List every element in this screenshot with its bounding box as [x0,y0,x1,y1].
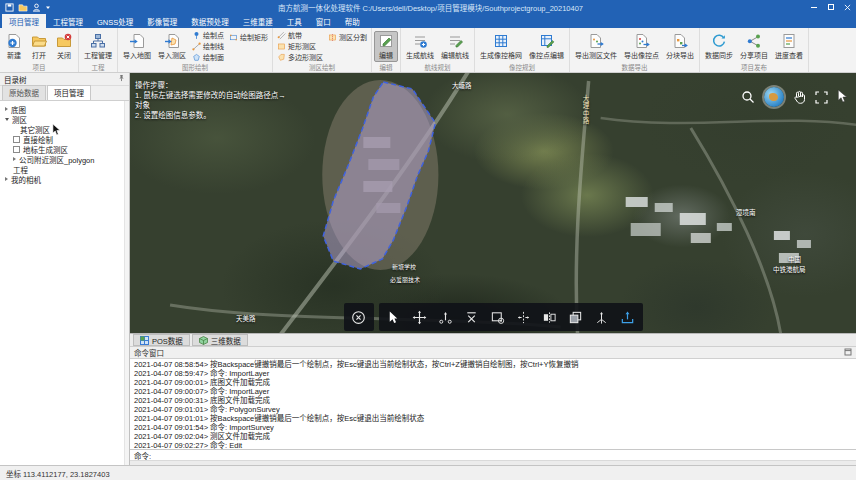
share-project-button[interactable]: 分享项目 [737,31,771,62]
globe-icon [764,87,784,107]
tab-image-management[interactable]: 影像管理 [140,14,184,28]
close-folder-icon [56,33,72,49]
titlebar: 南方航测一体化处理软件 C:/Users/dell/Desktop/项目管理模块… [0,0,856,14]
tab-engineering-management[interactable]: 工程管理 [46,14,90,28]
flight-strip-button[interactable]: 航带 [275,30,325,40]
log-line: 2021-04-07 09:02:04> 测区文件加载完成 [134,432,852,441]
tab-gnss-processing[interactable]: GNSS处理 [90,14,140,28]
delete-vertex-button[interactable] [459,304,485,330]
sidebar-scrollbar[interactable] [124,101,129,465]
user-icon[interactable] [32,3,41,12]
close-edit-toolbar-button[interactable] [346,304,372,330]
close-button[interactable] [839,0,856,14]
draw-tools-column-2: 绘制矩形 [227,29,270,63]
generate-control-grid-button[interactable]: 生成像控格网 [477,31,525,62]
tree-item-landmark-survey[interactable]: 地标生成测区 [0,144,124,154]
save-icon[interactable] [5,3,14,12]
quick-access-toolbar [0,3,56,12]
checkbox-unchecked[interactable] [13,136,20,143]
close-project-button[interactable]: 关闭 [52,31,76,62]
map-label-school: 新塘学校 [392,262,416,271]
move-tool-button[interactable] [407,304,433,330]
ribbon-group-survey-drawing: 航带 矩形测区 多边形测区 测区分割 [273,28,372,72]
open-folder-icon[interactable] [18,3,28,12]
tab-3d-reconstruction[interactable]: 三维重建 [236,14,280,28]
log-line: 2021-04-07 09:00:31> 底图文件加载完成 [134,396,852,405]
tab-project-management[interactable]: 项目管理 [2,14,46,28]
polygon-survey-button[interactable]: 多边形测区 [275,52,325,62]
map-instructions: 操作步骤： 1. 鼠标左键选择需要修改的自动绘图路径点→ 对象 2. 设置绘图信… [135,81,286,121]
command-input-row[interactable]: 命令: [130,449,856,460]
tab-window[interactable]: 窗口 [309,14,338,28]
draw-polygon-icon [192,53,201,62]
tree-item-survey-areas[interactable]: 测区 [0,114,124,124]
tab-3d-data[interactable]: 三维数据 [192,334,248,346]
globe-layers-button[interactable] [764,87,784,107]
generate-route-button[interactable]: 生成航线 [403,31,437,62]
map-corner-tools [741,87,848,107]
edit-route-button[interactable]: 编辑航线 [438,31,472,62]
survey-tools-column: 航带 矩形测区 多边形测区 [275,29,325,63]
rect-survey-button[interactable]: 矩形测区 [275,41,325,51]
edit-button[interactable]: 编辑 [374,31,398,62]
chevron-right-icon[interactable] [5,177,8,181]
tree-item-company-polygon[interactable]: 公司附近测区_polygon [0,154,124,164]
tree-item-direct-draw[interactable]: 直接绘制 [0,134,124,144]
draw-point-button[interactable]: 绘制点 [190,30,226,40]
tree-item-other-survey[interactable]: 其它测区 [0,124,124,134]
export-file-icon [588,33,604,49]
select-tool-button[interactable] [381,304,407,330]
draw-rectangle-button[interactable]: 绘制矩形 [227,32,270,42]
log-line: 2021-04-07 09:00:07> 命令: ImportLayer [134,387,852,396]
dropdown-icon[interactable] [45,5,51,10]
search-icon[interactable] [741,90,755,104]
split-tool-button[interactable] [511,304,537,330]
tree-item-basemap[interactable]: 底图 [0,104,124,114]
chevron-right-icon[interactable] [13,157,16,161]
minimize-button[interactable] [805,0,822,14]
engineering-manage-button[interactable]: 工程管理 [81,31,115,62]
import-map-button[interactable]: 导入地图 [120,31,154,62]
fullscreen-icon[interactable] [815,91,828,104]
insert-vertex-button[interactable] [433,304,459,330]
sidebar-tab-raw-data[interactable]: 原始数据 [2,85,46,100]
tree-item-my-cameras[interactable]: 我的相机 [0,174,124,184]
export-control-points-button[interactable]: 导出像控点 [621,31,662,62]
draw-line-button[interactable]: 绘制线 [190,41,226,51]
import-survey-button[interactable]: 导入测区 [155,31,189,62]
block-export-button[interactable]: 分块导出 [663,31,697,62]
copy-tool-button[interactable] [563,304,589,330]
tab-data-preprocessing[interactable]: 数据预处理 [184,14,236,28]
float-panel-icon[interactable] [844,348,852,358]
pan-hand-icon[interactable] [793,90,806,104]
progress-list-icon [781,33,797,49]
command-log[interactable]: 2021-04-07 08:58:54> 按Backspace键撤销最后一个绘制… [130,359,856,449]
survey-split-button[interactable]: 测区分割 [326,32,369,42]
progress-view-button[interactable]: 进度查看 [772,31,806,62]
new-project-button[interactable]: 新建 [2,31,26,62]
draw-polygon-button[interactable]: 绘制面 [190,52,226,62]
shape-settings-button[interactable] [485,304,511,330]
mirror-tool-button[interactable] [537,304,563,330]
buildings [626,197,811,263]
export-tool-button[interactable] [615,304,641,330]
tab-help[interactable]: 帮助 [338,14,367,28]
tree-item-engineering[interactable]: 工程 [0,164,124,174]
open-project-button[interactable]: 打开 [27,31,51,62]
export-survey-file-button[interactable]: 导出测区文件 [572,31,620,62]
tab-pos-data[interactable]: POS数据 [133,334,190,346]
tab-tools[interactable]: 工具 [280,14,309,28]
chevron-down-icon[interactable] [5,118,9,121]
map-view[interactable]: 操作步骤： 1. 鼠标左键选择需要修改的自动绘图路径点→ 对象 2. 设置绘图信… [130,73,856,333]
checkbox-unchecked[interactable] [13,146,20,153]
pin-icon[interactable] [118,74,125,84]
maximize-button[interactable] [822,0,839,14]
log-line: 2021-04-07 09:01:01> 命令: PolygonSurvey [134,405,852,414]
sidebar-tab-project-management[interactable]: 项目管理 [47,85,91,100]
draw-point-icon [192,31,201,40]
elevate-tool-button[interactable] [589,304,615,330]
chevron-right-icon[interactable] [5,107,8,111]
control-point-edit-button[interactable]: 像控点编辑 [526,31,567,62]
ribbon: 新建 打开 关闭 项目 工程管理 工程 [0,28,856,73]
data-sync-button[interactable]: 数据同步 [702,31,736,62]
